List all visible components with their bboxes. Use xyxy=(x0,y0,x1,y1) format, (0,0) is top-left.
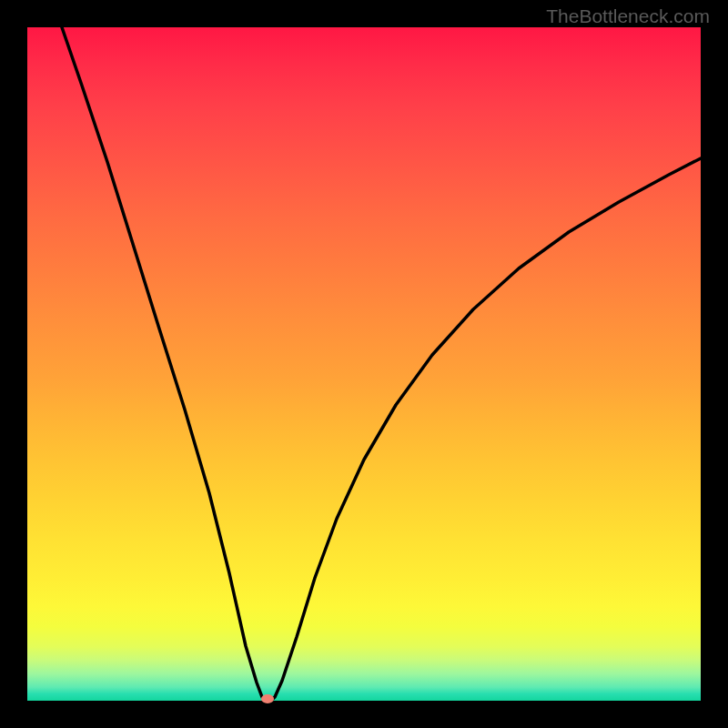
bottleneck-marker-point xyxy=(261,694,274,703)
watermark-text: TheBottleneck.com xyxy=(546,5,710,27)
chart-outer-frame: TheBottleneck.com xyxy=(0,0,728,728)
bottleneck-curve-svg xyxy=(27,27,701,701)
chart-plot-area xyxy=(27,27,701,701)
bottleneck-curve-path xyxy=(62,27,701,700)
